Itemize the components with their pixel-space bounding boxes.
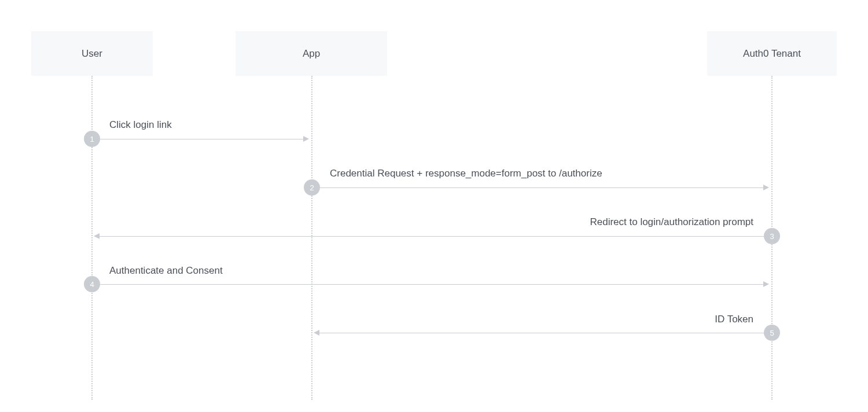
- participant-user: User: [31, 31, 153, 76]
- participant-label: User: [82, 48, 102, 60]
- arrow-head-2: [763, 185, 769, 190]
- step-circle-4: 4: [84, 276, 100, 292]
- step-number: 2: [310, 183, 314, 192]
- step-label-5: ID Token: [715, 314, 753, 325]
- arrow-head-1: [303, 136, 309, 142]
- step-label-4: Authenticate and Consent: [109, 265, 223, 277]
- step-number: 3: [770, 232, 774, 241]
- step-circle-3: 3: [764, 228, 780, 244]
- arrow-head-4: [763, 281, 769, 287]
- step-label-2: Credential Request + response_mode=form_…: [330, 168, 602, 179]
- arrow-1: [100, 139, 306, 139]
- step-number: 1: [90, 135, 94, 144]
- participant-label: App: [303, 48, 320, 60]
- arrow-3: [100, 236, 764, 237]
- step-circle-5: 5: [764, 325, 780, 341]
- step-circle-1: 1: [84, 131, 100, 147]
- participant-auth0: Auth0 Tenant: [707, 31, 837, 76]
- arrow-head-5: [314, 330, 319, 336]
- step-number: 4: [90, 280, 94, 289]
- participant-label: Auth0 Tenant: [743, 48, 801, 60]
- lifeline-app: [311, 76, 312, 400]
- step-label-3: Redirect to login/authorization prompt: [590, 216, 753, 228]
- arrow-head-3: [94, 233, 100, 239]
- arrow-4: [100, 284, 766, 285]
- arrow-2: [320, 187, 766, 188]
- lifeline-user: [91, 76, 93, 400]
- step-label-1: Click login link: [109, 119, 172, 131]
- step-number: 5: [770, 329, 774, 337]
- step-circle-2: 2: [304, 179, 320, 196]
- participant-app: App: [236, 31, 387, 76]
- arrow-5: [319, 333, 764, 333]
